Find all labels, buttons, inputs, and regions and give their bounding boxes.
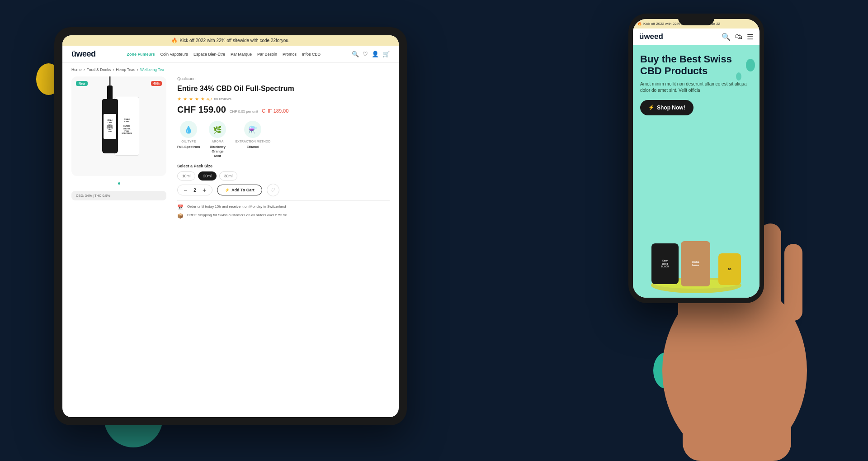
- quantity-control: − 2 +: [177, 185, 212, 195]
- star-half: ★: [201, 96, 205, 101]
- feature-extraction-label: EXTRACTION METHOD: [235, 140, 270, 143]
- pack-30ml[interactable]: 30ml: [219, 171, 237, 181]
- phone-hand-wrapper: 🔥 Kick off 2022 with 22% off sitewide wi…: [606, 0, 841, 461]
- phone-hero-section: Buy the Best Swiss CBD Products Amet min…: [633, 45, 760, 298]
- wishlist-icon[interactable]: ♡: [363, 51, 368, 57]
- feature-extraction: ⚗️ EXTRACTION METHOD Ethanol: [235, 121, 270, 158]
- add-to-cart-label: Add To Cart: [231, 188, 255, 192]
- tablet-navbar: üweed Zone Fumeurs Coin Vapoteurs Espace…: [62, 46, 399, 63]
- delivery-item-2: 📦 FREE Shipping for Swiss customers on a…: [177, 213, 390, 219]
- breadcrumb-food[interactable]: Food & Drinks: [87, 67, 111, 72]
- shop-now-label: Shop Now!: [657, 105, 685, 111]
- cart-row: − 2 + ⚡ Add To Cart ♡: [177, 184, 390, 196]
- bottle-dropper: [109, 76, 111, 86]
- delivery-text-1: Order until today 15h and receive it on …: [187, 204, 286, 209]
- breadcrumb-home[interactable]: Home: [71, 67, 82, 72]
- feature-oil-label: OIL TYPE: [181, 140, 196, 143]
- phone-hero-title: Buy the Best Swiss CBD Products: [640, 53, 752, 77]
- product-area: New 40% QUALICANNENTIRECBD OILFULLSPECTR…: [62, 76, 399, 417]
- tablet-content: Home › Food & Drinks › Hemp Teas › Wellb…: [62, 63, 399, 417]
- price-per-unit: CHF 0.05 per unit: [230, 109, 258, 114]
- nav-link-espace[interactable]: Espace Bien-Être: [193, 52, 225, 57]
- product-features: 💧 OIL TYPE Full-Spectrum 🌿 AROMA Blueber…: [177, 118, 390, 161]
- phone-nav-icons: 🔍 🛍 ☰: [722, 33, 753, 41]
- feature-oil-type: 💧 OIL TYPE Full-Spectrum: [177, 121, 200, 158]
- flame-icon: 🔥: [171, 38, 178, 43]
- phone-products-showcase: EasyWeedBLACK Horbaberna DS: [640, 225, 752, 298]
- phone-device: 🔥 Kick off 2022 with 22% off sitewide wi…: [628, 14, 764, 303]
- nav-link-infos-cbd[interactable]: Infos CBD: [302, 52, 321, 57]
- tablet-nav-links: Zone Fumeurs Coin Vapoteurs Espace Bien-…: [127, 52, 321, 57]
- pack-size-options: 10ml 20ml 30ml: [177, 171, 390, 181]
- tablet-announce-bar: 🔥 Kick off 2022 with 22% off sitewide wi…: [62, 35, 399, 46]
- feature-extraction-value: Ethanol: [247, 145, 259, 149]
- quantity-value: 2: [192, 188, 198, 193]
- cart-bolt-icon: ⚡: [225, 188, 230, 192]
- quantity-increase-button[interactable]: +: [201, 187, 208, 193]
- breadcrumb-current: Wellbeing Tea: [140, 67, 164, 72]
- badge-discount: 40%: [151, 81, 162, 86]
- easyweed-label: EasyWeedBLACK: [661, 259, 669, 268]
- breadcrumb-sep-1: ›: [84, 67, 85, 72]
- product-details-column: Qualicann Entire 34% CBD Oil Full-Spectr…: [177, 76, 390, 413]
- product-bottle-illustration: QUALICANNENTIRECBD OILFULLSPECTRUM: [99, 88, 139, 165]
- nav-link-zone-fumeurs[interactable]: Zone Fumeurs: [127, 52, 155, 57]
- pack-20ml[interactable]: 20ml: [198, 171, 216, 181]
- breadcrumb: Home › Food & Drinks › Hemp Teas › Wellb…: [62, 63, 399, 76]
- product-easyweed-bag: EasyWeedBLACK: [651, 243, 679, 284]
- phone-bag-icon[interactable]: 🛍: [735, 33, 742, 41]
- horna-label: Horbaberna: [692, 261, 699, 267]
- feature-aroma-label: AROMA: [212, 140, 223, 143]
- nav-link-par-besoin[interactable]: Par Besoin: [257, 52, 277, 57]
- user-icon[interactable]: 👤: [372, 51, 379, 57]
- phone-menu-icon[interactable]: ☰: [747, 33, 753, 41]
- star-4: ★: [195, 96, 199, 101]
- product-image-column: New 40% QUALICANNENTIRECBD OILFULLSPECTR…: [71, 76, 166, 413]
- delivery-text-2: FREE Shipping for Swiss customers on all…: [187, 213, 287, 217]
- star-2: ★: [183, 96, 187, 101]
- shop-now-button[interactable]: ⚡ Shop Now!: [640, 100, 693, 115]
- nav-link-par-marque[interactable]: Par Marque: [231, 52, 252, 57]
- phone-screen: 🔥 Kick off 2022 with 22% off sitewide wi…: [633, 19, 760, 298]
- quantity-decrease-button[interactable]: −: [182, 187, 189, 193]
- nav-link-coin-vapoteurs[interactable]: Coin Vapoteurs: [160, 52, 188, 57]
- dot-1[interactable]: [118, 182, 120, 185]
- cart-icon[interactable]: 🛒: [382, 51, 390, 57]
- svg-rect-1: [683, 303, 791, 461]
- feature-extraction-icon: ⚗️: [244, 121, 261, 138]
- tablet-announce-text: Kick off 2022 with 22% off sitewide with…: [179, 38, 289, 43]
- bottle-label: QUALICANN——ENTIRECBD OIL34%30ml: [104, 114, 116, 139]
- image-carousel-dots: [71, 181, 166, 186]
- search-icon[interactable]: 🔍: [352, 51, 359, 57]
- breadcrumb-hemp[interactable]: Hemp Teas: [116, 67, 135, 72]
- product-price: CHF 159.00 CHF 0.05 per unit CHF 189.00: [177, 105, 390, 115]
- svg-rect-6: [784, 244, 802, 321]
- breadcrumb-sep-3: ›: [137, 67, 138, 72]
- bottle-box-label: QUALICANNENTIRECBD OILFULLSPECTRUM: [122, 118, 132, 134]
- green-blob-1: [746, 59, 755, 71]
- feature-aroma-value: BlueberryOrangeMint: [210, 145, 226, 158]
- bottle-box: QUALICANNENTIRECBD OILFULLSPECTRUM: [114, 97, 139, 156]
- product-horna-bag: Horbaberna: [681, 241, 710, 286]
- phone-search-icon[interactable]: 🔍: [722, 33, 731, 41]
- shop-bolt-icon: ⚡: [648, 105, 655, 110]
- add-to-cart-button[interactable]: ⚡ Add To Cart: [217, 185, 262, 195]
- tablet-logo: üweed: [71, 49, 96, 59]
- bottle-label-text: QUALICANN——ENTIRECBD OIL34%30ml: [107, 119, 113, 133]
- product-brand: Qualicann: [177, 76, 390, 81]
- product-cbd-info: CBD: 34% | THC 0.9%: [71, 191, 166, 200]
- yellow-bag-label: DS: [728, 268, 731, 271]
- nav-link-promos[interactable]: Promos: [283, 52, 297, 57]
- tablet-screen: 🔥 Kick off 2022 with 22% off sitewide wi…: [62, 35, 399, 417]
- phone-logo: üweed: [639, 32, 663, 41]
- green-blob-2: [736, 72, 741, 81]
- product-yellow-bag: DS: [718, 253, 741, 285]
- pack-10ml[interactable]: 10ml: [177, 171, 195, 181]
- phone-navbar: üweed 🔍 🛍 ☰: [633, 29, 760, 45]
- tablet-frame: 🔥 Kick off 2022 with 22% off sitewide wi…: [54, 27, 407, 425]
- wishlist-button[interactable]: ♡: [267, 184, 279, 196]
- tablet-device: 🔥 Kick off 2022 with 22% off sitewide wi…: [54, 27, 407, 425]
- price-current: CHF 159.00: [177, 105, 226, 115]
- phone-notch: [678, 14, 714, 25]
- rating-value: 4.7: [207, 97, 212, 101]
